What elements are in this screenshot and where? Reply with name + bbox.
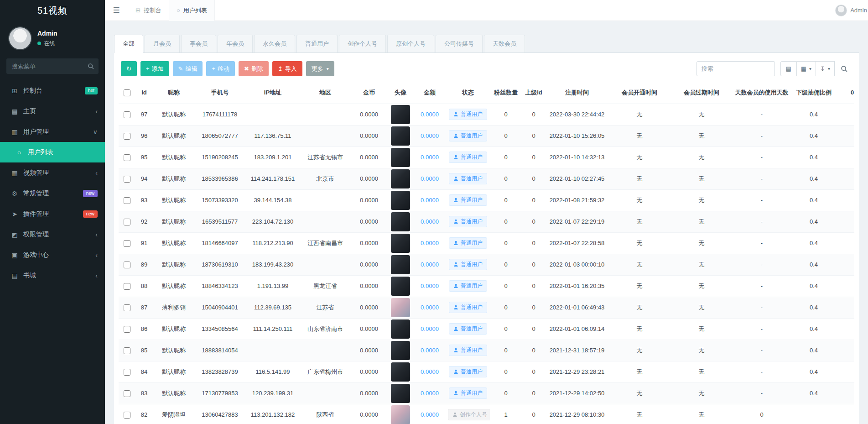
column-header-fans[interactable]: 粉丝数量 [490, 82, 522, 104]
refresh-button[interactable]: ↻ [121, 61, 137, 76]
sidebar-item-permission-management[interactable]: ◩权限管理‹ [0, 224, 105, 245]
more-button[interactable]: 更多▾ [306, 61, 334, 76]
amount-link[interactable]: 0.0000 [421, 390, 439, 397]
sidebar-item-plugin-management[interactable]: ➤插件管理new [0, 204, 105, 224]
column-header-commission[interactable]: 下级抽佣比例 [791, 82, 837, 104]
grid-view-button[interactable]: ▦▾ [797, 61, 816, 76]
column-header-days_used[interactable]: 天数会员的使用天数 [733, 82, 791, 104]
filter-tab-0[interactable]: 全部 [114, 35, 143, 53]
sidebar-item-game-center[interactable]: ▣游戏中心‹ [0, 245, 105, 265]
cell-coins: 0.0000 [350, 275, 388, 297]
column-header-reg_time[interactable]: 注册时间 [546, 82, 608, 104]
sidebar-item-label: 主页 [23, 107, 36, 115]
search-toggle-button[interactable] [836, 61, 852, 76]
row-checkbox[interactable] [124, 219, 130, 225]
column-header-amount[interactable]: 金额 [413, 82, 446, 104]
column-header-id[interactable]: Id [135, 82, 153, 104]
amount-link[interactable]: 0.0000 [421, 304, 439, 311]
amount-link[interactable]: 0.0000 [421, 175, 439, 182]
filter-tab-5[interactable]: 普通用户 [296, 35, 338, 52]
column-header-status[interactable]: 状态 [446, 82, 490, 104]
row-checkbox[interactable] [124, 369, 130, 376]
sidebar-item-home[interactable]: ▤主页‹ [0, 101, 105, 121]
cell-status: 普通用户 [446, 275, 490, 297]
amount-link[interactable]: 0.0000 [421, 283, 439, 289]
amount-link[interactable]: 0.0000 [421, 154, 439, 161]
row-checkbox[interactable] [124, 176, 130, 183]
row-checkbox[interactable] [124, 154, 130, 161]
row-checkbox[interactable] [124, 133, 130, 140]
amount-link[interactable]: 0.0000 [421, 111, 439, 118]
column-header-region[interactable]: 地区 [300, 82, 350, 104]
amount-link[interactable]: 0.0000 [421, 218, 439, 225]
amount-link[interactable]: 0.0000 [421, 240, 439, 246]
cell-region: 黑龙江省 [300, 275, 350, 297]
row-checkbox[interactable] [124, 412, 130, 419]
topbar-tab-dashboard[interactable]: ⊞控制台 [128, 0, 169, 21]
edit-button[interactable]: ✎编辑 [173, 61, 203, 76]
import-button[interactable]: ↥导入 [272, 61, 302, 76]
column-header-vip_end[interactable]: 会员过期时间 [670, 82, 733, 104]
row-checkbox[interactable] [124, 240, 130, 247]
column-header-nickname[interactable]: 昵称 [153, 82, 194, 104]
column-header-ip[interactable]: IP地址 [245, 82, 300, 104]
topbar-user-avatar [835, 5, 847, 16]
amount-link[interactable]: 0.0000 [421, 197, 439, 204]
move-button[interactable]: +移动 [206, 61, 235, 76]
amount-link[interactable]: 0.0000 [421, 411, 439, 418]
select-all-checkbox[interactable] [124, 89, 130, 96]
column-header-phone[interactable]: 手机号 [194, 82, 245, 104]
list-view-button[interactable]: ▤ [780, 61, 797, 76]
row-checkbox[interactable] [124, 304, 130, 311]
row-checkbox[interactable] [124, 347, 130, 354]
table-search-input[interactable] [696, 61, 775, 76]
amount-link[interactable]: 0.0000 [421, 261, 439, 268]
row-checkbox[interactable] [124, 197, 130, 204]
cell-flag [837, 168, 854, 189]
cell-ip: 39.144.154.38 [245, 189, 300, 211]
filter-tab-3[interactable]: 年会员 [218, 35, 253, 52]
amount-link[interactable]: 0.0000 [421, 132, 439, 139]
topbar-user-menu[interactable]: Admin [835, 5, 868, 16]
delete-button[interactable]: ✖删除 [239, 61, 269, 76]
amount-link[interactable]: 0.0000 [421, 325, 439, 332]
add-button[interactable]: +添加 [140, 61, 169, 76]
filter-tab-2[interactable]: 季会员 [181, 35, 216, 52]
row-checkbox[interactable] [124, 390, 130, 397]
row-checkbox[interactable] [124, 111, 130, 118]
column-header-vip_start[interactable]: 会员开通时间 [608, 82, 670, 104]
sidebar-item-user-management[interactable]: ▥用户管理∨ [0, 121, 105, 142]
status-label: 普通用户 [461, 389, 483, 397]
row-checkbox[interactable] [124, 326, 130, 333]
status-badge: 普通用户 [449, 194, 487, 206]
row-checkbox[interactable] [124, 283, 130, 290]
filter-tab-4[interactable]: 永久会员 [254, 35, 295, 52]
sidebar-subitem-user-list[interactable]: ○用户列表 [0, 142, 105, 162]
row-checkbox[interactable] [124, 262, 130, 268]
search-icon [88, 63, 94, 69]
menu-search-input[interactable] [6, 58, 99, 74]
cell-amount: 0.0000 [413, 275, 446, 297]
filter-tab-7[interactable]: 原创个人号 [387, 35, 434, 52]
filter-tab-1[interactable]: 月会员 [145, 35, 180, 52]
amount-link[interactable]: 0.0000 [421, 347, 439, 354]
cell-vip_start: 无 [608, 275, 670, 297]
export-button[interactable]: ↧▾ [816, 61, 835, 76]
sidebar-item-book-city[interactable]: ▤书城‹ [0, 265, 105, 286]
filter-tab-8[interactable]: 公司传媒号 [436, 35, 483, 52]
amount-link[interactable]: 0.0000 [421, 368, 439, 375]
column-header-coins[interactable]: 金币 [350, 82, 388, 104]
column-header-avatar[interactable]: 头像 [388, 82, 413, 104]
cell-days_used: - [733, 361, 791, 382]
column-header-parent_id[interactable]: 上级id [522, 82, 546, 104]
topbar-tab-user-list[interactable]: ○用户列表 [169, 0, 215, 21]
filter-tab-6[interactable]: 创作个人号 [339, 35, 386, 52]
menu-toggle-button[interactable]: ☰ [105, 5, 128, 15]
sidebar-item-dashboard[interactable]: ⊞控制台hot [0, 80, 105, 101]
column-header-flag[interactable]: 0=停 [837, 82, 854, 104]
cell-vip_start: 无 [608, 361, 670, 382]
sidebar-item-general-management[interactable]: ⚙常规管理new [0, 183, 105, 204]
cell-select [119, 361, 135, 382]
filter-tab-9[interactable]: 天数会员 [484, 35, 525, 52]
sidebar-item-video-management[interactable]: ▦视频管理‹ [0, 162, 105, 183]
